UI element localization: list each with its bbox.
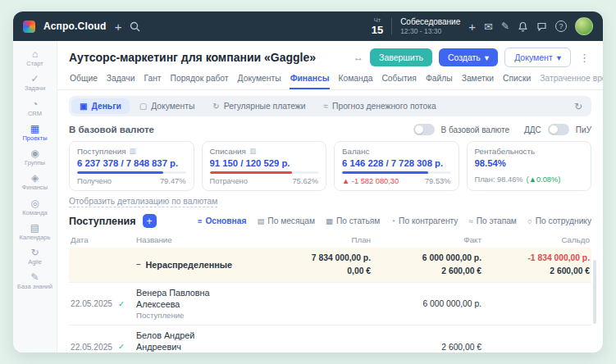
subtab-regular-payments[interactable]: Регулярные платежи bbox=[204, 98, 313, 114]
stat-card-profitability[interactable]: Рентабельность 98.54% План: 98.46% (▲0.0… bbox=[467, 141, 592, 191]
tab-dokumenty[interactable]: Документы bbox=[237, 71, 282, 89]
page-header: Аутсорс-маркетинг для компании «Gaggle» … bbox=[57, 41, 603, 71]
col-fact[interactable]: Факт bbox=[371, 235, 481, 244]
document-button-label: Документ bbox=[514, 52, 553, 62]
tab-komanda[interactable]: Команда bbox=[337, 71, 373, 89]
sidebar-item-label: База знаний bbox=[17, 284, 52, 290]
col-saldo[interactable]: Сальдо bbox=[481, 235, 590, 244]
mail-icon[interactable] bbox=[484, 21, 493, 32]
vertical-scrollbar[interactable] bbox=[593, 260, 596, 324]
progress-bar bbox=[210, 171, 319, 174]
view-main[interactable]: Основная bbox=[198, 216, 247, 225]
view-by-counterparty[interactable]: По контрагенту bbox=[390, 216, 458, 225]
card-sub-percent: 75.62% bbox=[292, 177, 318, 185]
subtab-cashflow-forecast[interactable]: Прогноз денежного потока bbox=[316, 98, 445, 114]
row-name[interactable]: Венера Павловна Алексеева bbox=[136, 287, 235, 310]
dds-piu-toggle[interactable] bbox=[548, 124, 569, 135]
group-plan-eur: 0,00 € bbox=[235, 265, 371, 278]
group-fact-rub: 6 000 000,00 р. bbox=[371, 252, 481, 265]
add-receipt-button[interactable] bbox=[143, 214, 157, 228]
view-by-month[interactable]: По месяцам bbox=[257, 216, 315, 225]
view-label: По месяцам bbox=[267, 216, 315, 225]
sidebar-item-groups[interactable]: Группы bbox=[13, 145, 57, 169]
event-title: Собеседование bbox=[400, 17, 460, 27]
copy-link-icon[interactable] bbox=[354, 52, 363, 62]
brand-name[interactable]: Аспро.Cloud bbox=[43, 20, 107, 32]
sidebar-item-crm[interactable]: CRM bbox=[13, 96, 57, 120]
view-by-employee[interactable]: По сотруднику bbox=[527, 216, 591, 225]
dds-label[interactable]: ДДС bbox=[524, 125, 541, 134]
stat-card-writeoffs[interactable]: Списания 91 150 / 120 529 р. Потрачено 7… bbox=[202, 141, 327, 191]
col-date[interactable]: Дата bbox=[71, 235, 136, 244]
add-event-icon[interactable] bbox=[468, 20, 476, 34]
base-currency-toggle[interactable] bbox=[413, 124, 435, 135]
calendar-event[interactable]: Собеседование 12:30 - 13:30 bbox=[400, 17, 460, 35]
collapse-icon[interactable] bbox=[136, 261, 141, 269]
progress-bar bbox=[77, 171, 186, 174]
receipts-header: Поступления Основная По месяцам bbox=[69, 214, 591, 228]
sidebar-item-label: CRM bbox=[28, 111, 42, 117]
table-row[interactable]: 22.05.2025 Венера Павловна Алексеева Пос… bbox=[69, 282, 591, 325]
wallet-icon bbox=[80, 102, 87, 111]
card-plan-label: План: 98.46% bbox=[475, 175, 523, 184]
groups-icon bbox=[30, 148, 39, 158]
sidebar-item-team[interactable]: Команда bbox=[13, 195, 57, 219]
subtab-money[interactable]: Деньги bbox=[71, 98, 130, 114]
card-label: Списания bbox=[210, 147, 246, 156]
app-logo-icon[interactable] bbox=[23, 20, 35, 33]
subtab-documents[interactable]: Документы bbox=[131, 98, 203, 114]
sidebar-item-agile[interactable]: Agile bbox=[13, 244, 57, 268]
currency-detail-link[interactable]: Отобразить детализацию по валютам bbox=[69, 197, 217, 207]
bell-icon[interactable] bbox=[518, 21, 528, 32]
col-name[interactable]: Название bbox=[136, 235, 235, 244]
table-group-row[interactable]: Нераспределенные 7 834 000,00 р. 0,00 € … bbox=[69, 248, 591, 282]
view-label: По контрагенту bbox=[399, 216, 458, 225]
card-delta-negative: ▲ -1 582 080,30 bbox=[342, 177, 399, 185]
col-plan[interactable]: План bbox=[235, 235, 371, 244]
tab-zadachi[interactable]: Задачи bbox=[106, 71, 136, 89]
sidebar-item-start[interactable]: Старт bbox=[13, 46, 57, 70]
tab-faily[interactable]: Файлы bbox=[425, 71, 454, 89]
search-icon[interactable] bbox=[130, 21, 140, 32]
tab-obshchie[interactable]: Общие bbox=[69, 71, 98, 89]
stat-card-receipts[interactable]: Поступления 6 237 378 / 7 848 837 р. Пол… bbox=[69, 141, 194, 191]
sidebar-item-label: Команда bbox=[22, 210, 48, 216]
tab-spiski[interactable]: Списки bbox=[502, 71, 532, 89]
tab-zatrachennoe-vremya[interactable]: Затраченное время bbox=[539, 71, 603, 89]
view-by-stage[interactable]: По этапам bbox=[468, 216, 516, 225]
sidebar-item-finance[interactable]: Финансы bbox=[13, 170, 57, 193]
sidebar-item-projects[interactable]: Проекты bbox=[13, 121, 57, 144]
note-icon[interactable] bbox=[501, 21, 509, 31]
section-label: В базовой валюте bbox=[69, 125, 154, 134]
document-button[interactable]: Документ bbox=[504, 48, 571, 67]
subtab-label: Документы bbox=[151, 102, 194, 111]
piu-label[interactable]: ПиУ bbox=[576, 125, 591, 134]
finish-button[interactable]: Завершить bbox=[370, 48, 432, 66]
stat-card-balance[interactable]: Баланс 6 146 228 / 7 728 308 р. ▲ -1 582… bbox=[334, 141, 459, 191]
more-actions-icon[interactable] bbox=[577, 52, 591, 63]
tab-gant[interactable]: Гант bbox=[143, 71, 162, 89]
calendar-day[interactable]: Чт 15 bbox=[372, 17, 383, 36]
card-label: Рентабельность bbox=[475, 147, 536, 156]
view-by-article[interactable]: По статьям bbox=[326, 216, 380, 225]
sidebar-item-knowledge[interactable]: База знаний bbox=[13, 269, 57, 293]
finance-icon bbox=[31, 173, 39, 183]
sidebar-item-tasks[interactable]: Задачи bbox=[13, 71, 57, 94]
sidebar-item-calendar[interactable]: Календарь bbox=[13, 220, 57, 243]
chat-icon[interactable] bbox=[536, 21, 547, 32]
finance-subtabs: Деньги Документы Регулярные платежи Прог… bbox=[69, 96, 591, 116]
refresh-icon[interactable] bbox=[574, 102, 589, 111]
create-button[interactable]: Создать bbox=[439, 48, 498, 66]
tab-sobytiya[interactable]: События bbox=[381, 71, 418, 89]
tab-zametki[interactable]: Заметки bbox=[461, 71, 495, 89]
tab-finansy[interactable]: Финансы bbox=[290, 71, 331, 89]
tab-poryadok-rabot[interactable]: Порядок работ bbox=[170, 71, 230, 89]
user-avatar[interactable] bbox=[575, 17, 593, 35]
row-name[interactable]: Белов Андрей Андреевич bbox=[136, 330, 235, 353]
calendar-icon bbox=[257, 217, 264, 225]
card-value: 6 146 228 / 7 728 308 р. bbox=[342, 158, 451, 168]
table-row[interactable]: 22.05.2025 Белов Андрей Андреевич Поступ… bbox=[69, 325, 591, 353]
card-sub-percent: 79.53% bbox=[425, 177, 451, 185]
quick-add-icon[interactable] bbox=[115, 20, 122, 34]
help-icon[interactable] bbox=[555, 20, 567, 32]
